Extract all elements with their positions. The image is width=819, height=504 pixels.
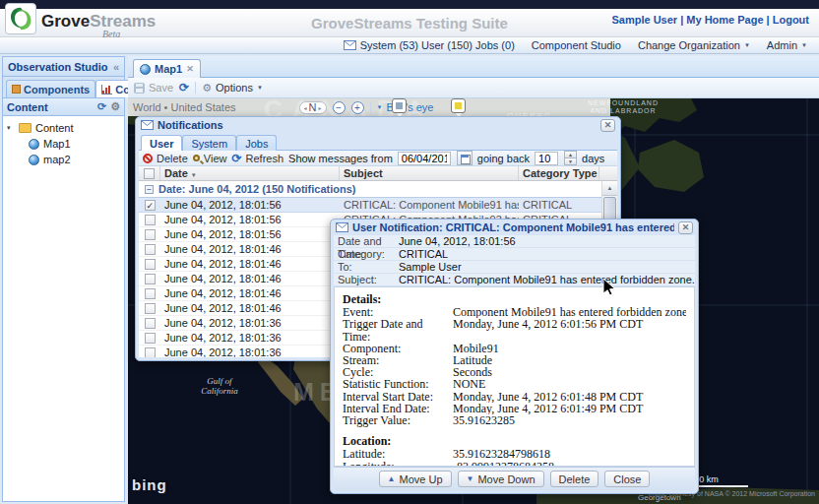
expander-icon[interactable]: ▾	[7, 120, 15, 136]
collapse-panel-icon[interactable]: «	[113, 61, 119, 73]
chevron-down-icon: ▼	[744, 42, 750, 48]
row-checkbox[interactable]	[145, 229, 156, 240]
close-icon[interactable]: ✕	[678, 221, 693, 234]
row-date: June 04, 2012, 18:01:46	[160, 272, 340, 285]
group-header-row[interactable]: − Date: June 04, 2012 (150 Notifications…	[139, 181, 617, 198]
tab-map1[interactable]: Map1 ✕	[133, 59, 201, 78]
options-button[interactable]: ⚙ Options ▼	[202, 82, 263, 94]
mouse-cursor	[602, 279, 616, 297]
mail-icon	[344, 40, 356, 50]
tree-item-icon	[29, 139, 39, 150]
row-checkbox[interactable]	[145, 274, 156, 284]
zoom-in-icon[interactable]: +	[351, 101, 364, 114]
admin-menu-item[interactable]: Admin▼	[767, 39, 807, 51]
column-header-category[interactable]: Category Type	[519, 166, 599, 180]
row-date: June 04, 2012, 18:01:36	[160, 331, 340, 345]
move-up-button[interactable]: ▲Move Up	[379, 471, 452, 487]
dialog-footer: ▲Move Up ▼Move Down Delete Close	[334, 467, 695, 490]
map-breadcrumb[interactable]: World • United States	[133, 101, 236, 113]
change-organization-menu-item[interactable]: Change Organization▼	[638, 39, 750, 51]
top-strip	[0, 0, 819, 9]
notifications-toolbar: Delete View ⟳ Refresh Show messages from…	[139, 151, 617, 166]
component-studio-menu-item[interactable]: Component Studio	[532, 39, 621, 51]
tab-components[interactable]: Components	[6, 80, 95, 97]
map-pin-yellow[interactable]	[451, 98, 466, 113]
content-panel-title: Content	[7, 101, 48, 113]
move-down-button[interactable]: ▼Move Down	[458, 471, 544, 487]
gear-icon[interactable]: ⚙	[110, 101, 120, 112]
notifications-tabs: User System Jobs	[139, 133, 617, 151]
view-button[interactable]: View	[193, 153, 227, 164]
collapse-group-icon[interactable]: −	[145, 185, 154, 194]
globe-icon	[140, 64, 151, 75]
chart-icon	[101, 85, 112, 94]
refresh-icon[interactable]: ⟳	[97, 101, 106, 112]
map-pin-blue[interactable]	[392, 98, 407, 113]
spinner-down-icon[interactable]: ▼	[565, 158, 576, 164]
row-checkbox[interactable]	[145, 200, 156, 211]
close-icon[interactable]: ✕	[600, 119, 615, 132]
row-date: June 04, 2012, 18:01:46	[160, 301, 340, 315]
delete-button[interactable]: Delete	[143, 153, 188, 164]
compass-control[interactable]: ◂N▸	[299, 101, 327, 114]
location-label: Latitude:	[343, 448, 453, 460]
tree-item[interactable]: ▾ Content	[3, 120, 124, 136]
detail-row: Statistic Function: NONE	[343, 378, 686, 390]
save-icon	[134, 83, 145, 94]
tree-item[interactable]: ▾ Map1	[3, 136, 124, 152]
table-row[interactable]: June 04, 2012, 18:01:56 CRITICAL: Compon…	[139, 198, 617, 213]
days-input[interactable]	[535, 152, 558, 165]
row-checkbox[interactable]	[145, 347, 156, 358]
chevron-down-icon: ▼	[257, 85, 263, 91]
tree-item-label: Content	[35, 120, 74, 136]
close-button[interactable]: Close	[604, 471, 650, 487]
row-checkbox[interactable]	[145, 288, 156, 299]
row-date: June 04, 2012, 18:01:36	[160, 346, 340, 357]
field-label: Date and Time:	[334, 235, 399, 247]
dialog-fields: Date and Time: June 04, 2012, 18:01:56 C…	[334, 235, 695, 286]
row-category: CRITICAL	[519, 198, 599, 212]
magnifier-icon	[193, 155, 200, 161]
row-checkbox[interactable]	[145, 303, 156, 314]
column-header-subject[interactable]: Subject	[340, 166, 519, 180]
tree-item[interactable]: ▾ map2	[3, 152, 124, 167]
refresh-icon[interactable]: ⟳	[179, 82, 189, 94]
detail-value: Seconds	[453, 366, 686, 378]
calendar-icon[interactable]	[457, 151, 472, 165]
tab-user[interactable]: User	[141, 135, 182, 151]
row-checkbox[interactable]	[145, 318, 156, 329]
zoom-out-icon[interactable]: −	[333, 101, 346, 114]
separator	[370, 101, 371, 113]
dialog-title: User Notification: CRITICAL: Component M…	[352, 221, 674, 233]
tab-jobs[interactable]: Jobs	[236, 135, 277, 151]
row-checkbox[interactable]	[145, 215, 156, 225]
field-row: Category: CRITICAL	[334, 248, 695, 261]
grid-header: Date▼ Subject Category Type	[139, 166, 617, 181]
tab-system[interactable]: System	[182, 135, 236, 151]
detail-label: Trigger Date and Time:	[343, 318, 453, 342]
detail-row: Interval Start Date: Monday, June 4, 201…	[343, 391, 686, 403]
field-label: Category:	[334, 248, 399, 260]
row-checkbox[interactable]	[145, 333, 156, 344]
save-button[interactable]: Save	[134, 82, 173, 94]
refresh-button[interactable]: ⟳ Refresh	[231, 153, 284, 164]
location-heading: Location:	[343, 435, 686, 447]
scroll-up-icon[interactable]: ▲	[602, 181, 617, 196]
detail-row: Trigger Value: 35.91623285	[343, 414, 686, 426]
components-icon	[12, 85, 21, 94]
separator	[195, 82, 196, 94]
user-links[interactable]: Sample User | My Home Page | Logout	[611, 14, 809, 26]
close-tab-icon[interactable]: ✕	[186, 64, 194, 74]
days-stepper[interactable]: ▲▼	[564, 151, 577, 165]
select-all-checkbox[interactable]	[139, 166, 160, 180]
column-header-date[interactable]: Date▼	[160, 166, 340, 180]
messages-menu-item[interactable]: System (53) User (150) Jobs (0)	[344, 39, 515, 51]
days-label: days	[582, 153, 604, 164]
row-checkbox[interactable]	[145, 259, 156, 270]
detail-value: 35.91623285	[453, 414, 686, 426]
field-row: Subject: CRITICAL: Component Mobile91 ha…	[334, 274, 695, 286]
sidebar-title: Observation Studio	[8, 61, 107, 73]
date-input[interactable]	[398, 152, 451, 165]
delete-button[interactable]: Delete	[550, 471, 599, 487]
row-checkbox[interactable]	[145, 244, 156, 255]
